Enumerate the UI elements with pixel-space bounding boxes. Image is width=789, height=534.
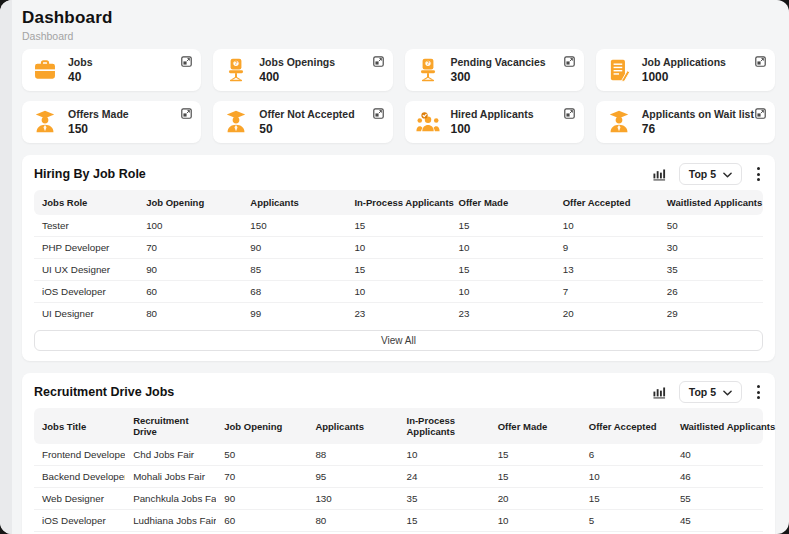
cell: 20 [555, 303, 659, 325]
application-document-icon [606, 57, 632, 83]
stat-card-jobs: Jobs40 [22, 49, 201, 91]
cell: Panchkula Jobs Fair [125, 488, 216, 510]
expand-icon [373, 108, 384, 119]
table-row: iOS DeveloperLudhiana Jobs Fair608015105… [34, 510, 763, 532]
panel-header: Hiring By Job Role Top 5 [34, 163, 763, 185]
cell: 15 [490, 444, 581, 466]
panel-title: Recruitment Drive Jobs [34, 385, 174, 399]
column-header: Jobs Role [34, 190, 138, 215]
column-header: Offer Made [451, 190, 555, 215]
table-row: Web DesignerPanchkula Jobs Fair901303520… [34, 488, 763, 510]
card-expand-button[interactable] [373, 108, 384, 119]
cell: 7 [555, 281, 659, 303]
cell: Ludhiana Jobs Fair [125, 510, 216, 532]
cell: iOS Developer [34, 281, 138, 303]
kebab-menu-icon[interactable] [754, 165, 763, 183]
card-expand-button[interactable] [564, 108, 575, 119]
cell: 10 [555, 215, 659, 237]
cell: 90 [216, 488, 307, 510]
card-expand-button[interactable] [181, 56, 192, 67]
card-value: 50 [259, 122, 354, 136]
card-expand-button[interactable] [373, 56, 384, 67]
cell: 35 [399, 488, 490, 510]
stat-cards: Jobs40?Jobs Openings400?Pending Vacancie… [22, 49, 775, 143]
cell: 90 [138, 259, 242, 281]
cell: 85 [242, 259, 346, 281]
chevron-down-icon [723, 168, 732, 180]
chevron-down-icon [723, 386, 732, 398]
cell: 95 [307, 466, 398, 488]
cell: 20 [490, 488, 581, 510]
kebab-menu-icon[interactable] [754, 383, 763, 401]
cell: 100 [138, 215, 242, 237]
stat-card-jobs-openings: ?Jobs Openings400 [213, 49, 392, 91]
column-header: Jobs Title [34, 408, 125, 444]
view-all-button[interactable]: View All [34, 330, 763, 351]
cell: UI Designer [34, 303, 138, 325]
card-label: Offer Not Accepted [259, 108, 354, 120]
card-value: 300 [451, 70, 546, 84]
card-expand-button[interactable] [564, 56, 575, 67]
card-label: Applicants on Wait list [642, 108, 754, 120]
cell: 15 [490, 466, 581, 488]
svg-text:?: ? [426, 61, 430, 67]
card-value: 76 [642, 122, 754, 136]
card-value: 1000 [642, 70, 726, 84]
bar-chart-icon [652, 387, 667, 402]
cell: 15 [346, 259, 450, 281]
cell: iOS Developer [34, 510, 125, 532]
panel-controls: Top 5 [652, 163, 763, 185]
card-expand-button[interactable] [755, 56, 766, 67]
stat-card-job-applications: Job Applications1000 [596, 49, 775, 91]
table-row: PHP Developer70901010930 [34, 237, 763, 259]
expand-icon [564, 56, 575, 67]
cell: 88 [307, 444, 398, 466]
card-expand-button[interactable] [181, 108, 192, 119]
bar-chart-icon[interactable] [652, 168, 667, 181]
cell: 10 [581, 466, 672, 488]
cell: UI UX Designer [34, 259, 138, 281]
graduate-person-icon [223, 109, 249, 135]
panel-controls: Top 5 [652, 381, 763, 403]
panel-header: Recruitment Drive Jobs Top 5 [34, 381, 763, 403]
cell: 60 [138, 281, 242, 303]
cell: Mohali Jobs Fair [125, 466, 216, 488]
cell: 10 [346, 237, 450, 259]
cell: 40 [672, 444, 763, 466]
cell: 9 [555, 237, 659, 259]
cell: 90 [242, 237, 346, 259]
card-expand-button[interactable] [755, 108, 766, 119]
cell: 130 [307, 488, 398, 510]
column-header: Waitlisted Applicants [672, 408, 763, 444]
card-label: Offers Made [68, 108, 129, 120]
stat-card-offer-not-accepted: Offer Not Accepted50 [213, 101, 392, 143]
cell: 46 [672, 466, 763, 488]
stat-card-hired-applicants: Hired Applicants100 [405, 101, 584, 143]
table-row: Frontend DeveloperChd Jobs Fair508810156… [34, 444, 763, 466]
card-label: Job Applications [642, 56, 726, 68]
cell: 15 [581, 488, 672, 510]
cell: 10 [346, 281, 450, 303]
expand-icon [755, 108, 766, 119]
cell: 26 [659, 281, 763, 303]
table-row: iOS Developer60681010726 [34, 281, 763, 303]
window-left-gutter [0, 0, 12, 534]
panel-hiring-by-job-role: Hiring By Job Role Top 5 Jobs RoleJob Op… [22, 155, 775, 361]
table-row: UI UX Designer908515151335 [34, 259, 763, 281]
expand-icon [181, 56, 192, 67]
top-filter-dropdown[interactable]: Top 5 [679, 163, 742, 185]
column-header: Applicants [242, 190, 346, 215]
table-header-row: Jobs RoleJob OpeningApplicantsIn-Process… [34, 190, 763, 215]
graduate-person-icon [606, 109, 632, 135]
cell: 45 [672, 510, 763, 532]
table-header-row: Jobs TitleRecruitment DriveJob OpeningAp… [34, 408, 763, 444]
column-header: In-Process Applicants [346, 190, 450, 215]
table-row: UI Designer809923232029 [34, 303, 763, 325]
cell: 68 [242, 281, 346, 303]
cell: 23 [451, 303, 555, 325]
bar-chart-icon[interactable] [652, 386, 667, 399]
bar-chart-icon [652, 169, 667, 184]
cell: 70 [216, 466, 307, 488]
top-filter-dropdown[interactable]: Top 5 [679, 381, 742, 403]
cell: 13 [555, 259, 659, 281]
